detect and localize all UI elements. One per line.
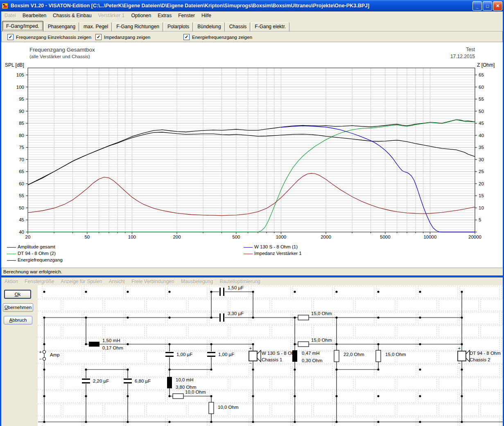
grid-node [461, 291, 463, 293]
tab-polarplots[interactable]: Polarplots [164, 22, 193, 31]
grid-node [210, 291, 212, 293]
component-value-label: 0,30 Ohm [302, 358, 323, 363]
amp-amp[interactable]: +− [39, 349, 46, 361]
checkbox-frequenzgang-einzelchassis-zeigen[interactable]: ✓Frequenzgang Einzelchassis zeigen [7, 34, 91, 40]
-bernehmen-button[interactable]: Übernehmen [3, 303, 33, 312]
menu-item-bearbeiten[interactable]: Bearbeiten [19, 12, 50, 19]
grid-node [252, 291, 254, 293]
crossover-circuit-canvas[interactable]: 1,50 µF3,30 µF15,0 Ohm15,0 Ohm1,50 mH0,1… [38, 285, 503, 426]
svg-text:80: 80 [19, 133, 24, 138]
editor-menu-item-anzeige-f-r-spulen[interactable]: Anzeige für Spulen [57, 278, 105, 285]
menu-item-extras[interactable]: Extras [154, 12, 175, 19]
grid-node [127, 291, 129, 293]
editor-menu-item-freie-verbindungen[interactable]: Freie Verbindungen [128, 278, 178, 285]
component-slot [84, 365, 124, 376]
checkbox-impedanzgang-zeigen[interactable]: ✓Impedanzgang zeigen [95, 34, 150, 40]
component-slot [376, 391, 416, 403]
svg-text:55: 55 [479, 97, 484, 101]
status-bar: Berechnung war erfolgreich. [1, 268, 503, 275]
ok-button[interactable]: Ok [4, 290, 31, 299]
curve-impedanz-verst-rker-1 [28, 174, 475, 216]
minimize-button[interactable]: _ [472, 1, 482, 11]
svg-text:50: 50 [19, 205, 24, 210]
grid-node [168, 421, 170, 423]
component-slot [293, 391, 332, 403]
maximize-button[interactable]: □ [483, 1, 492, 11]
resistor-10-0-ohm[interactable] [209, 402, 214, 414]
component-slot [334, 417, 374, 426]
title-bar[interactable]: Boxsim V1.20 - VISATON-Edition [C:\...\P… [0, 0, 504, 11]
component-value-label: 10,0 mH [176, 377, 193, 382]
tab-max-pegel[interactable]: max. Pegel [80, 22, 112, 31]
svg-text:75: 75 [19, 145, 24, 150]
abbruch-button[interactable]: Abbruch [4, 316, 32, 325]
speaker-w-130-s-8-oh[interactable]: +− [249, 346, 261, 365]
grid-node [252, 421, 254, 423]
grid-node [294, 291, 296, 293]
component-slot [63, 299, 103, 311]
capacitor-1-00-f[interactable] [165, 352, 174, 357]
checkbox-energiefrequenzgang-zeigen[interactable]: ✓Energiefrequenzgang zeigen [183, 34, 252, 40]
menu-item-chassis-einbau[interactable]: Chassis & Einbau [50, 12, 95, 19]
frequency-response-chart: 2050100200500100020005000100002000040455… [1, 42, 503, 268]
component-slot [502, 338, 503, 350]
inductor-0-47-mh[interactable] [292, 350, 297, 362]
tab-phasengang[interactable]: Phasengang [44, 22, 79, 31]
menu-item-optionen[interactable]: Optionen [128, 12, 154, 19]
inductor-10-0-mh[interactable] [167, 377, 172, 388]
component-value-label: 0,17 Ohm [102, 345, 123, 350]
checkbox-box[interactable]: ✓ [7, 34, 14, 40]
inductor-1-50-mh[interactable] [89, 342, 99, 347]
svg-text:10: 10 [479, 205, 484, 210]
tab-f-gang-imped-[interactable]: F-Gang/Imped. [2, 21, 43, 31]
window-title: Boxsim V1.20 - VISATON-Edition [C:\...\P… [11, 3, 369, 9]
legend-line-sample [244, 254, 253, 254]
svg-text:95: 95 [19, 97, 24, 101]
editor-menu-item-ansicht[interactable]: Ansicht [106, 278, 128, 285]
resistor-15-0-ohm[interactable] [298, 315, 309, 320]
grid-node [127, 368, 129, 370]
resistor-10-0-ohm[interactable] [173, 394, 183, 399]
checkbox-label: Impedanzgang zeigen [104, 35, 150, 40]
capacitor-1-00-f[interactable] [207, 352, 216, 357]
menu-item-hilfe[interactable]: Hilfe [198, 12, 215, 19]
tab-f-gang-richtungen[interactable]: F-Gang Richtungen [113, 22, 163, 31]
resistor-22-0-ohm[interactable] [334, 350, 339, 362]
tab-b-ndelung[interactable]: Bündelung [194, 22, 224, 31]
checkbox-box[interactable]: ✓ [95, 34, 102, 40]
component-slot [376, 365, 416, 376]
speaker-dt-94-8-ohm[interactable]: +− [458, 346, 470, 365]
component-slot [84, 391, 124, 403]
component-slot [481, 299, 503, 311]
editor-menu-item-mausbelegung[interactable]: Mausbelegung [178, 278, 217, 285]
tab-chassis[interactable]: Chassis [226, 22, 251, 31]
resistor-15-0-ohm[interactable] [298, 342, 309, 347]
capacitor-2-20-f[interactable] [81, 378, 90, 384]
capacitor-6-80-f[interactable] [123, 378, 132, 384]
component-value-label: 1,00 µF [218, 352, 234, 357]
grid-node [252, 343, 254, 345]
component-slot [230, 378, 270, 390]
editor-menu-item-fenstergr-e[interactable]: Fenstergröße [21, 278, 57, 285]
component-slot [84, 312, 124, 324]
menu-item-datei[interactable]: Datei [1, 12, 19, 19]
component-slot [460, 338, 499, 350]
menu-item-fenster[interactable]: Fenster [175, 12, 198, 19]
capacitor-1-50-f[interactable] [219, 287, 225, 296]
svg-text:30: 30 [479, 157, 484, 162]
component-slot [502, 391, 503, 403]
component-slot [38, 404, 61, 416]
component-slot [502, 417, 503, 426]
component-slot [439, 404, 479, 416]
resistor-15-0-ohm[interactable] [376, 350, 381, 362]
grid-node [419, 395, 421, 397]
grid-node [461, 316, 463, 318]
editor-menu-item-aktion[interactable]: Aktion [1, 278, 21, 285]
close-button[interactable]: ✕ [493, 1, 502, 11]
checkbox-box[interactable]: ✓ [183, 34, 190, 40]
tab-f-gang-elektr-[interactable]: F-Gang elektr. [251, 22, 289, 31]
svg-text:45: 45 [479, 121, 484, 126]
capacitor-3-30-f[interactable] [219, 313, 225, 322]
editor-menu-item-bauteiloptimierung[interactable]: Bauteiloptimierung [217, 278, 264, 285]
menu-item-verst-rker-1[interactable]: Verstärker 1 [95, 12, 128, 19]
